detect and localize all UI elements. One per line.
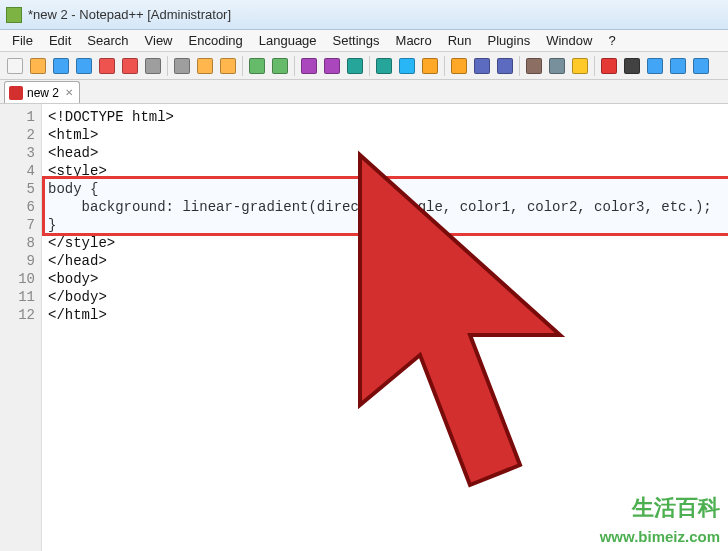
replace-icon xyxy=(324,58,340,74)
sync-icon xyxy=(399,58,415,74)
menu-search[interactable]: Search xyxy=(79,31,136,50)
redo-button[interactable] xyxy=(269,55,291,77)
line-number: 8 xyxy=(0,234,35,252)
menu-settings[interactable]: Settings xyxy=(325,31,388,50)
toolbar-separator xyxy=(242,56,243,76)
code-line[interactable]: <style> xyxy=(48,162,722,180)
code-line[interactable]: } xyxy=(48,216,722,234)
play-multi-button[interactable] xyxy=(667,55,689,77)
toolbar-separator xyxy=(594,56,595,76)
code-line[interactable]: </html> xyxy=(48,306,722,324)
undo-icon xyxy=(249,58,265,74)
stop-button[interactable] xyxy=(621,55,643,77)
toolbar-separator xyxy=(294,56,295,76)
line-number: 12 xyxy=(0,306,35,324)
menu-plugins[interactable]: Plugins xyxy=(480,31,539,50)
print-button[interactable] xyxy=(142,55,164,77)
code-line[interactable]: body { xyxy=(48,180,722,198)
find-icon xyxy=(301,58,317,74)
close-icon[interactable]: ✕ xyxy=(65,87,73,98)
code-line[interactable]: </head> xyxy=(48,252,722,270)
line-number: 10 xyxy=(0,270,35,288)
menu-help[interactable]: ? xyxy=(600,31,623,50)
save-button[interactable] xyxy=(50,55,72,77)
watermark-cn: 生活百科 xyxy=(632,493,720,523)
code-line[interactable]: background: linear-gradient(direction/an… xyxy=(48,198,722,216)
ff-button[interactable] xyxy=(690,55,712,77)
menu-edit[interactable]: Edit xyxy=(41,31,79,50)
code-line[interactable]: <body> xyxy=(48,270,722,288)
line-number: 6 xyxy=(0,198,35,216)
play-icon xyxy=(647,58,663,74)
bookmark-icon xyxy=(572,58,588,74)
menu-window[interactable]: Window xyxy=(538,31,600,50)
stop-icon xyxy=(624,58,640,74)
all-chars-button[interactable] xyxy=(448,55,470,77)
tab-label: new 2 xyxy=(27,86,59,100)
fold-icon xyxy=(497,58,513,74)
zoom-in-button[interactable] xyxy=(344,55,366,77)
hide-button[interactable] xyxy=(546,55,568,77)
paste-icon xyxy=(220,58,236,74)
save-all-button[interactable] xyxy=(73,55,95,77)
close-all-button[interactable] xyxy=(119,55,141,77)
copy-button[interactable] xyxy=(194,55,216,77)
close-all-icon xyxy=(122,58,138,74)
code-line[interactable]: <!DOCTYPE html> xyxy=(48,108,722,126)
line-number: 2 xyxy=(0,126,35,144)
code-line[interactable]: </body> xyxy=(48,288,722,306)
unfold-button[interactable] xyxy=(523,55,545,77)
tab-new2[interactable]: new 2 ✕ xyxy=(4,81,80,103)
line-number: 5 xyxy=(0,180,35,198)
cut-button[interactable] xyxy=(171,55,193,77)
bookmark-button[interactable] xyxy=(569,55,591,77)
close-icon xyxy=(99,58,115,74)
new-button[interactable] xyxy=(4,55,26,77)
code-line[interactable]: <html> xyxy=(48,126,722,144)
menu-encoding[interactable]: Encoding xyxy=(181,31,251,50)
menu-view[interactable]: View xyxy=(137,31,181,50)
watermark-url: www.bimeiz.com xyxy=(600,528,720,545)
file-icon xyxy=(9,86,23,100)
code-area[interactable]: <!DOCTYPE html><html><head><style>body {… xyxy=(42,104,728,551)
menu-file[interactable]: File xyxy=(4,31,41,50)
line-gutter: 123456789101112 xyxy=(0,104,42,551)
open-button[interactable] xyxy=(27,55,49,77)
sync-button[interactable] xyxy=(396,55,418,77)
unfold-icon xyxy=(526,58,542,74)
line-number: 4 xyxy=(0,162,35,180)
find-button[interactable] xyxy=(298,55,320,77)
undo-button[interactable] xyxy=(246,55,268,77)
menu-language[interactable]: Language xyxy=(251,31,325,50)
toolbar xyxy=(0,52,728,80)
copy-icon xyxy=(197,58,213,74)
code-line[interactable]: </style> xyxy=(48,234,722,252)
menu-macro[interactable]: Macro xyxy=(388,31,440,50)
open-icon xyxy=(30,58,46,74)
toolbar-separator xyxy=(519,56,520,76)
replace-button[interactable] xyxy=(321,55,343,77)
close-button[interactable] xyxy=(96,55,118,77)
hide-icon xyxy=(549,58,565,74)
fold-button[interactable] xyxy=(494,55,516,77)
all-chars-icon xyxy=(451,58,467,74)
zoom-out-button[interactable] xyxy=(373,55,395,77)
save-all-icon xyxy=(76,58,92,74)
paste-button[interactable] xyxy=(217,55,239,77)
editor[interactable]: 123456789101112 <!DOCTYPE html><html><he… xyxy=(0,104,728,551)
window-title: *new 2 - Notepad++ [Administrator] xyxy=(28,7,231,22)
record-icon xyxy=(601,58,617,74)
cut-icon xyxy=(174,58,190,74)
code-line[interactable]: <head> xyxy=(48,144,722,162)
play-button[interactable] xyxy=(644,55,666,77)
menu-run[interactable]: Run xyxy=(440,31,480,50)
titlebar: *new 2 - Notepad++ [Administrator] xyxy=(0,0,728,30)
wrap-button[interactable] xyxy=(419,55,441,77)
menubar: FileEditSearchViewEncodingLanguageSettin… xyxy=(0,30,728,52)
print-icon xyxy=(145,58,161,74)
tabbar: new 2 ✕ xyxy=(0,80,728,104)
indent-icon xyxy=(474,58,490,74)
line-number: 11 xyxy=(0,288,35,306)
indent-button[interactable] xyxy=(471,55,493,77)
record-button[interactable] xyxy=(598,55,620,77)
